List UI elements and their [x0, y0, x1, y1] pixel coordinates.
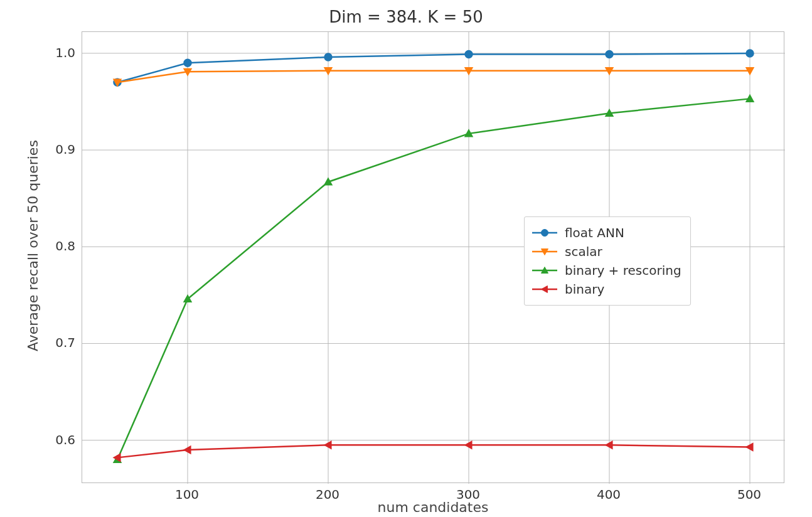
x-tick-label: 400 — [597, 487, 621, 502]
svg-point-15 — [746, 50, 754, 57]
svg-point-12 — [324, 53, 332, 61]
x-tick-label: 100 — [175, 487, 199, 502]
svg-marker-30 — [324, 441, 331, 449]
y-tick-label: 0.6 — [31, 432, 75, 447]
y-tick-label: 0.8 — [31, 238, 75, 253]
legend-swatch-icon — [531, 245, 558, 258]
legend-item: binary + rescoring — [531, 261, 681, 280]
legend-item: binary — [531, 280, 681, 299]
series-float-ANN — [114, 50, 754, 86]
x-tick-label: 300 — [456, 487, 480, 502]
svg-marker-29 — [184, 446, 191, 454]
legend: float ANNscalarbinary + rescoringbinary — [524, 216, 691, 306]
legend-item: scalar — [531, 242, 681, 261]
x-tick-label: 500 — [737, 487, 761, 502]
legend-swatch-icon — [531, 283, 558, 296]
legend-label: float ANN — [565, 225, 624, 240]
svg-point-14 — [606, 50, 613, 58]
legend-label: binary — [565, 282, 604, 297]
y-tick-label: 0.7 — [31, 335, 75, 350]
series-binary — [114, 441, 753, 461]
chart-container: Dim = 384. K = 50 float ANNscalarbinary … — [0, 0, 812, 517]
svg-point-13 — [465, 50, 473, 58]
y-tick-label: 1.0 — [31, 45, 75, 60]
legend-item: float ANN — [531, 223, 681, 242]
x-tick-label: 200 — [316, 487, 339, 502]
y-tick-label: 0.9 — [31, 142, 75, 157]
svg-marker-32 — [606, 441, 612, 449]
svg-marker-41 — [542, 286, 548, 293]
svg-marker-33 — [746, 443, 753, 450]
svg-point-11 — [184, 59, 191, 67]
legend-label: binary + rescoring — [565, 263, 681, 278]
chart-title: Dim = 384. K = 50 — [0, 8, 812, 26]
series-scalar — [114, 68, 754, 86]
svg-point-35 — [542, 230, 548, 237]
legend-swatch-icon — [531, 264, 558, 277]
legend-swatch-icon — [531, 227, 558, 239]
legend-label: scalar — [565, 244, 602, 259]
svg-marker-31 — [465, 441, 472, 449]
